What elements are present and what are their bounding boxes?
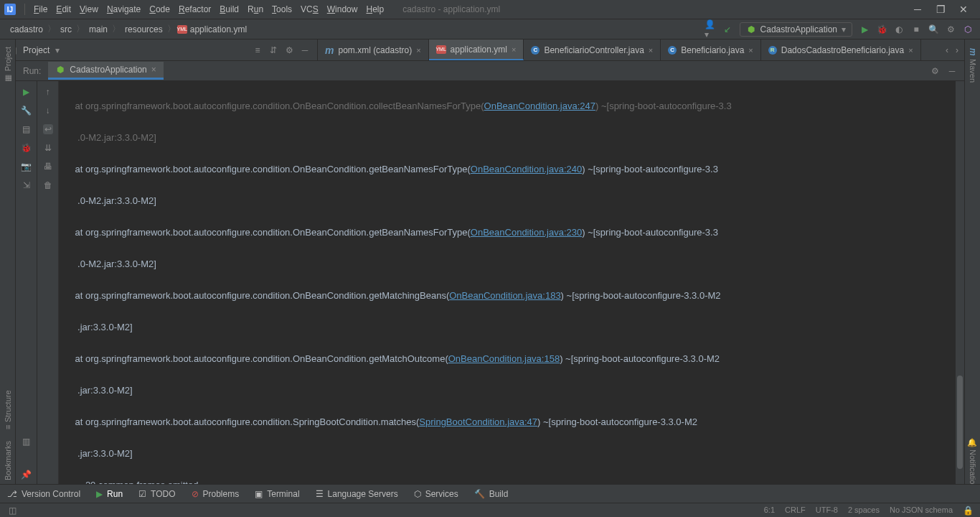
line-separator[interactable]: CRLF <box>785 506 806 516</box>
run-hide-icon[interactable]: ─ <box>947 66 957 76</box>
stack-link[interactable]: OnBeanCondition.java:158 <box>448 353 560 364</box>
select-opened-file-icon[interactable]: ≡ <box>253 45 263 55</box>
run-config-selector[interactable]: ⬢ CadastroApplication ▾ <box>740 22 852 37</box>
clear-icon[interactable]: 🗑 <box>43 180 53 190</box>
menu-help[interactable]: Help <box>363 3 387 16</box>
search-icon[interactable]: 🔍 <box>928 24 938 34</box>
run-label: Run: <box>16 66 48 76</box>
menu-view[interactable]: View <box>77 3 101 16</box>
maximize-icon[interactable]: ❐ <box>936 4 946 14</box>
scroll-up-icon[interactable]: ↑ <box>43 87 53 97</box>
crumb-main[interactable]: main <box>86 24 110 34</box>
menu-refactor[interactable]: Refactor <box>176 3 214 16</box>
lock-icon[interactable]: 🔒 <box>963 506 973 516</box>
tabs-next-icon[interactable]: › <box>956 45 958 55</box>
export-icon[interactable]: ⇲ <box>22 180 32 190</box>
stop-icon[interactable]: ■ <box>911 24 921 34</box>
tab-beneficiario[interactable]: C Beneficiario.java × <box>661 39 761 60</box>
titlebar: IJ File Edit View Navigate Code Refactor… <box>0 0 980 19</box>
soft-wrap-toggle-icon[interactable]: ↩ <box>43 124 53 134</box>
menu-tools[interactable]: Tools <box>269 3 295 16</box>
camera-icon[interactable]: 📷 <box>22 162 32 172</box>
tool-todo[interactable]: ☑TODO <box>138 489 175 499</box>
crumb-resources[interactable]: resources <box>122 24 166 34</box>
cursor-position[interactable]: 6:1 <box>764 506 775 516</box>
print-icon[interactable]: 🖶 <box>43 162 53 172</box>
stack-link[interactable]: OnBeanCondition.java:240 <box>471 164 582 174</box>
tool-project[interactable]: ▦Project <box>3 47 12 83</box>
vcs-update-icon[interactable]: ↙ <box>722 24 732 34</box>
user-icon[interactable]: 👤▾ <box>705 24 715 34</box>
crumb-file[interactable]: application.yml <box>187 24 250 34</box>
hide-pane-icon[interactable]: ─ <box>300 45 310 55</box>
class-icon: C <box>668 46 677 55</box>
tab-close-icon[interactable]: × <box>908 46 913 55</box>
tab-beneficiario-controller[interactable]: C BeneficiarioController.java × <box>524 39 661 60</box>
app-logo: IJ <box>4 4 16 15</box>
expand-all-icon[interactable]: ⇵ <box>268 45 278 55</box>
tool-run[interactable]: ▶Run <box>96 489 123 499</box>
stack-link[interactable]: OnBeanCondition.java:183 <box>449 290 560 301</box>
tab-close-icon[interactable]: × <box>748 46 753 55</box>
menu-edit[interactable]: Edit <box>53 3 74 16</box>
stop-run-icon[interactable]: 🔧 <box>22 106 32 116</box>
tab-pom[interactable]: m pom.xml (cadastro) × <box>318 39 429 60</box>
debug-attach-icon[interactable]: 🐞 <box>22 143 32 153</box>
tool-build[interactable]: 🔨Build <box>474 489 509 499</box>
navbar: cadastro〉 src〉 main〉 resources〉 YML appl… <box>0 19 980 39</box>
run-tab[interactable]: ⬢ CadastroApplication × <box>48 62 163 80</box>
scrollbar-thumb[interactable] <box>957 376 963 469</box>
crumb-src[interactable]: src <box>57 24 75 34</box>
menu-run[interactable]: Run <box>245 3 266 16</box>
tool-services[interactable]: ⬡Services <box>414 489 458 499</box>
menu-file[interactable]: File <box>31 3 50 16</box>
tool-language-servers[interactable]: ☰Language Servers <box>316 489 398 499</box>
coverage-icon[interactable]: ◐ <box>894 24 904 34</box>
tool-structure[interactable]: ≡Structure <box>4 390 12 429</box>
menu-build[interactable]: Build <box>217 3 242 16</box>
ai-icon[interactable]: ⬡ <box>963 24 973 34</box>
tool-maven[interactable]: mMaven <box>968 48 978 83</box>
tab-application-yml[interactable]: YML application.yml × <box>429 39 524 60</box>
tool-problems[interactable]: ⊘Problems <box>192 489 240 499</box>
tab-dados-cadastro[interactable]: R DadosCadastroBeneficiario.java × <box>761 39 921 60</box>
pane-settings-icon[interactable]: ⚙ <box>284 45 294 55</box>
stack-link[interactable]: SpringBootCondition.java:47 <box>419 416 537 427</box>
file-encoding[interactable]: UTF-8 <box>816 506 838 516</box>
console-scrollbar[interactable] <box>956 81 964 488</box>
run-panel-header: Run: ⬢ CadastroApplication × ⚙ ─ <box>16 61 964 81</box>
tab-label: application.yml <box>451 45 507 55</box>
run-settings-icon[interactable]: ⚙ <box>930 66 940 76</box>
tool-terminal[interactable]: ▣Terminal <box>255 489 299 499</box>
settings-icon[interactable]: ⚙ <box>946 24 956 34</box>
menu-code[interactable]: Code <box>146 3 173 16</box>
soft-wrap-icon[interactable]: ▥ <box>22 437 32 447</box>
indent-setting[interactable]: 2 spaces <box>848 506 880 516</box>
tab-close-icon[interactable]: × <box>416 46 420 55</box>
close-icon[interactable]: ✕ <box>958 4 969 14</box>
minimize-icon[interactable]: ─ <box>913 4 923 14</box>
json-schema[interactable]: No JSON schema <box>890 506 953 516</box>
crumb-project[interactable]: cadastro <box>7 24 46 34</box>
layout-icon[interactable]: ▤ <box>22 124 32 134</box>
scroll-down-icon[interactable]: ↓ <box>43 106 53 116</box>
tool-windows-icon[interactable]: ◫ <box>7 506 17 516</box>
tool-vcs[interactable]: ⎇Version Control <box>7 489 80 499</box>
menu-vcs[interactable]: VCS <box>298 3 321 16</box>
tab-close-icon[interactable]: × <box>649 46 653 55</box>
menu-window[interactable]: Window <box>324 3 361 16</box>
menu-navigate[interactable]: Navigate <box>104 3 143 16</box>
tabs-prev-icon[interactable]: ‹ <box>946 45 948 55</box>
stack-link[interactable]: OnBeanCondition.java:247 <box>484 101 595 111</box>
rerun-icon[interactable]: ▶ <box>22 87 32 97</box>
debug-icon[interactable]: 🐞 <box>877 24 887 34</box>
stack-link[interactable]: OnBeanCondition.java:230 <box>471 227 582 238</box>
run-icon[interactable]: ▶ <box>859 24 870 34</box>
run-tab-label: CadastroApplication <box>70 65 146 75</box>
run-tab-close-icon[interactable]: × <box>151 65 156 75</box>
tab-close-icon[interactable]: × <box>512 45 516 54</box>
console-output[interactable]: at org.springframework.boot.autoconfigur… <box>59 81 956 488</box>
tab-label: pom.xml (cadastro) <box>338 45 412 55</box>
scroll-to-end-icon[interactable]: ⇊ <box>43 143 53 153</box>
pin-icon[interactable]: 📌 <box>22 470 32 480</box>
